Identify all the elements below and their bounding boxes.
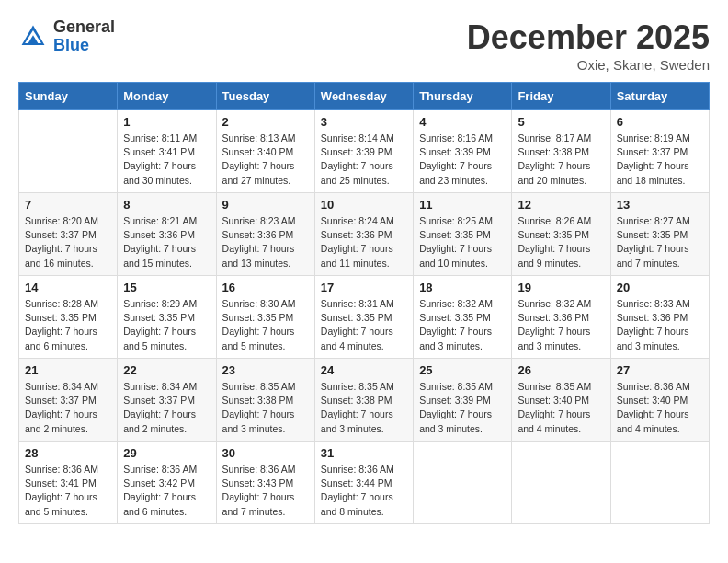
day-number: 24 (321, 363, 407, 377)
calendar-cell: 27Sunrise: 8:36 AM Sunset: 3:40 PM Dayli… (610, 359, 709, 442)
day-info: Sunrise: 8:35 AM Sunset: 3:39 PM Dayligh… (419, 380, 506, 436)
day-info: Sunrise: 8:35 AM Sunset: 3:38 PM Dayligh… (321, 380, 407, 436)
calendar-cell: 4Sunrise: 8:16 AM Sunset: 3:39 PM Daylig… (414, 110, 512, 193)
day-number: 28 (25, 446, 111, 460)
day-info: Sunrise: 8:23 AM Sunset: 3:36 PM Dayligh… (222, 214, 309, 270)
calendar-cell: 3Sunrise: 8:14 AM Sunset: 3:39 PM Daylig… (314, 110, 413, 193)
day-info: Sunrise: 8:32 AM Sunset: 3:35 PM Dayligh… (419, 297, 506, 353)
day-info: Sunrise: 8:33 AM Sunset: 3:36 PM Dayligh… (617, 297, 703, 353)
calendar-week-2: 7Sunrise: 8:20 AM Sunset: 3:37 PM Daylig… (19, 193, 710, 276)
day-info: Sunrise: 8:21 AM Sunset: 3:36 PM Dayligh… (123, 214, 210, 270)
day-number: 8 (123, 198, 210, 212)
day-number: 3 (321, 115, 407, 129)
day-number: 16 (222, 281, 309, 294)
calendar-cell: 25Sunrise: 8:35 AM Sunset: 3:39 PM Dayli… (414, 359, 512, 442)
day-number: 21 (25, 363, 111, 377)
day-header-saturday: Saturday (610, 83, 709, 110)
calendar-cell: 13Sunrise: 8:27 AM Sunset: 3:35 PM Dayli… (610, 193, 709, 276)
calendar-week-3: 14Sunrise: 8:28 AM Sunset: 3:35 PM Dayli… (19, 276, 710, 359)
day-info: Sunrise: 8:34 AM Sunset: 3:37 PM Dayligh… (123, 380, 210, 436)
day-header-sunday: Sunday (19, 83, 118, 110)
calendar-cell: 7Sunrise: 8:20 AM Sunset: 3:37 PM Daylig… (19, 193, 118, 276)
day-number: 6 (617, 115, 703, 129)
calendar-header-row: SundayMondayTuesdayWednesdayThursdayFrid… (19, 83, 710, 110)
day-number: 20 (617, 281, 703, 294)
day-info: Sunrise: 8:36 AM Sunset: 3:40 PM Dayligh… (617, 380, 703, 436)
logo: General Blue (18, 18, 115, 55)
day-info: Sunrise: 8:32 AM Sunset: 3:36 PM Dayligh… (518, 297, 604, 353)
calendar-week-4: 21Sunrise: 8:34 AM Sunset: 3:37 PM Dayli… (19, 359, 710, 442)
calendar-cell: 21Sunrise: 8:34 AM Sunset: 3:37 PM Dayli… (19, 359, 118, 442)
day-info: Sunrise: 8:35 AM Sunset: 3:38 PM Dayligh… (222, 380, 309, 436)
calendar-cell: 16Sunrise: 8:30 AM Sunset: 3:35 PM Dayli… (216, 276, 314, 359)
calendar-cell (414, 442, 512, 524)
day-number: 4 (419, 115, 506, 129)
calendar-cell: 24Sunrise: 8:35 AM Sunset: 3:38 PM Dayli… (314, 359, 413, 442)
calendar-cell: 5Sunrise: 8:17 AM Sunset: 3:38 PM Daylig… (512, 110, 610, 193)
day-number: 29 (123, 446, 210, 460)
day-number: 17 (321, 281, 407, 294)
day-header-tuesday: Tuesday (216, 83, 314, 110)
calendar-cell: 23Sunrise: 8:35 AM Sunset: 3:38 PM Dayli… (216, 359, 314, 442)
location: Oxie, Skane, Sweden (467, 57, 710, 73)
day-info: Sunrise: 8:34 AM Sunset: 3:37 PM Dayligh… (25, 380, 111, 436)
day-info: Sunrise: 8:31 AM Sunset: 3:35 PM Dayligh… (321, 297, 407, 353)
day-header-friday: Friday (512, 83, 610, 110)
calendar-week-5: 28Sunrise: 8:36 AM Sunset: 3:41 PM Dayli… (19, 442, 710, 524)
day-number: 1 (123, 115, 210, 129)
day-number: 26 (518, 363, 604, 377)
calendar-cell: 11Sunrise: 8:25 AM Sunset: 3:35 PM Dayli… (414, 193, 512, 276)
day-number: 2 (222, 115, 309, 129)
calendar-week-1: 1Sunrise: 8:11 AM Sunset: 3:41 PM Daylig… (19, 110, 710, 193)
day-header-thursday: Thursday (414, 83, 512, 110)
day-info: Sunrise: 8:36 AM Sunset: 3:43 PM Dayligh… (222, 463, 309, 519)
day-number: 22 (123, 363, 210, 377)
title-block: December 2025 Oxie, Skane, Sweden (467, 18, 710, 73)
day-number: 30 (222, 446, 309, 460)
day-info: Sunrise: 8:17 AM Sunset: 3:38 PM Dayligh… (518, 132, 604, 188)
day-number: 27 (617, 363, 703, 377)
calendar-cell (19, 110, 118, 193)
day-header-wednesday: Wednesday (314, 83, 413, 110)
day-info: Sunrise: 8:14 AM Sunset: 3:39 PM Dayligh… (321, 132, 407, 188)
day-number: 10 (321, 198, 407, 212)
calendar-cell (512, 442, 610, 524)
day-info: Sunrise: 8:16 AM Sunset: 3:39 PM Dayligh… (419, 132, 506, 188)
calendar-cell: 26Sunrise: 8:35 AM Sunset: 3:40 PM Dayli… (512, 359, 610, 442)
day-number: 11 (419, 198, 506, 212)
day-info: Sunrise: 8:36 AM Sunset: 3:42 PM Dayligh… (123, 463, 210, 519)
day-number: 23 (222, 363, 309, 377)
calendar-cell: 20Sunrise: 8:33 AM Sunset: 3:36 PM Dayli… (610, 276, 709, 359)
calendar-cell: 31Sunrise: 8:36 AM Sunset: 3:44 PM Dayli… (314, 442, 413, 524)
calendar-cell: 8Sunrise: 8:21 AM Sunset: 3:36 PM Daylig… (118, 193, 216, 276)
day-number: 9 (222, 198, 309, 212)
day-number: 31 (321, 446, 407, 460)
calendar-cell: 2Sunrise: 8:13 AM Sunset: 3:40 PM Daylig… (216, 110, 314, 193)
day-info: Sunrise: 8:30 AM Sunset: 3:35 PM Dayligh… (222, 297, 309, 353)
day-number: 14 (25, 281, 111, 294)
calendar-cell (610, 442, 709, 524)
day-number: 25 (419, 363, 506, 377)
page-header: General Blue December 2025 Oxie, Skane, … (18, 18, 710, 73)
day-info: Sunrise: 8:27 AM Sunset: 3:35 PM Dayligh… (617, 214, 703, 270)
calendar-cell: 17Sunrise: 8:31 AM Sunset: 3:35 PM Dayli… (314, 276, 413, 359)
calendar-cell: 10Sunrise: 8:24 AM Sunset: 3:36 PM Dayli… (314, 193, 413, 276)
day-number: 18 (419, 281, 506, 294)
day-info: Sunrise: 8:36 AM Sunset: 3:44 PM Dayligh… (321, 463, 407, 519)
day-number: 7 (25, 198, 111, 212)
day-info: Sunrise: 8:19 AM Sunset: 3:37 PM Dayligh… (617, 132, 703, 188)
day-info: Sunrise: 8:13 AM Sunset: 3:40 PM Dayligh… (222, 132, 309, 188)
day-info: Sunrise: 8:20 AM Sunset: 3:37 PM Dayligh… (25, 214, 111, 270)
logo-blue-text: Blue (53, 37, 115, 55)
day-number: 15 (123, 281, 210, 294)
calendar-cell: 18Sunrise: 8:32 AM Sunset: 3:35 PM Dayli… (414, 276, 512, 359)
calendar-cell: 22Sunrise: 8:34 AM Sunset: 3:37 PM Dayli… (118, 359, 216, 442)
day-info: Sunrise: 8:11 AM Sunset: 3:41 PM Dayligh… (123, 132, 210, 188)
day-info: Sunrise: 8:26 AM Sunset: 3:35 PM Dayligh… (518, 214, 604, 270)
day-number: 19 (518, 281, 604, 294)
logo-text: General Blue (53, 18, 115, 55)
day-info: Sunrise: 8:29 AM Sunset: 3:35 PM Dayligh… (123, 297, 210, 353)
day-number: 12 (518, 198, 604, 212)
calendar-cell: 29Sunrise: 8:36 AM Sunset: 3:42 PM Dayli… (118, 442, 216, 524)
calendar-cell: 30Sunrise: 8:36 AM Sunset: 3:43 PM Dayli… (216, 442, 314, 524)
